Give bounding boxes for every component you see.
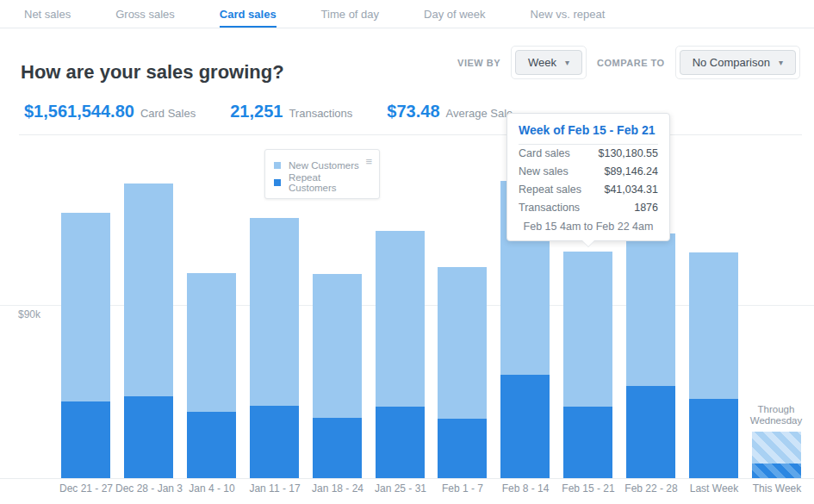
bar-segment-repeat-customers[interactable] — [563, 407, 612, 478]
bar-segment-repeat-customers[interactable] — [626, 386, 675, 478]
bar-jan-25-31[interactable] — [376, 231, 425, 478]
plot-area: $90k Through Wednesday Dec 21 - 27Dec 28… — [0, 0, 814, 504]
legend-swatch-new-customers — [274, 162, 281, 169]
bar-segment-new-customers[interactable] — [313, 274, 362, 418]
bar-segment-repeat-customers[interactable] — [500, 375, 550, 478]
card-sales-dashboard: Net sales Gross sales Card sales Time of… — [0, 0, 814, 504]
tooltip-row-label: Transactions — [519, 199, 580, 217]
x-axis-line — [0, 478, 814, 479]
bar-segment-new-customers[interactable] — [689, 252, 738, 399]
bar-segment-new-customers[interactable] — [187, 273, 236, 412]
bar-segment-new-customers[interactable] — [752, 432, 801, 464]
bar-feb-22-28[interactable] — [626, 233, 675, 478]
projection-annotation: Through Wednesday — [743, 404, 809, 426]
legend-swatch-repeat-customers — [274, 179, 281, 186]
bar-feb-15-21[interactable] — [563, 252, 612, 478]
bar-segment-repeat-customers[interactable] — [313, 418, 362, 478]
tooltip-row-label: Card sales — [519, 145, 570, 163]
bar-jan-18-24[interactable] — [313, 274, 362, 478]
bar-segment-new-customers[interactable] — [124, 184, 173, 396]
tooltip-footer: Feb 15 4am to Feb 22 4am — [519, 221, 658, 233]
tooltip-row-label: New sales — [519, 163, 569, 181]
tooltip-row-label: Repeat sales — [519, 181, 581, 199]
bar-segment-repeat-customers[interactable] — [250, 406, 299, 478]
bar-segment-repeat-customers[interactable] — [689, 399, 738, 478]
legend-item-repeat-customers[interactable]: Repeat Customers — [274, 174, 370, 191]
bar-dec-21-27[interactable] — [61, 213, 110, 478]
tooltip-row-value: $130,180.55 — [598, 145, 658, 163]
tooltip-row-card-sales: Card sales $130,180.55 — [519, 145, 658, 163]
tooltip-row-value: $41,034.31 — [604, 181, 658, 199]
legend-label: New Customers — [289, 160, 359, 171]
y-axis-tick-label: $90k — [18, 308, 40, 320]
bar-segment-new-customers[interactable] — [61, 213, 110, 401]
bar-jan-11-17[interactable] — [250, 218, 299, 478]
x-axis-label: This Week — [738, 482, 814, 495]
bar-jan-4-10[interactable] — [187, 273, 236, 478]
bar-segment-new-customers[interactable] — [563, 252, 612, 407]
bar-segment-new-customers[interactable] — [626, 233, 675, 386]
tooltip-caret — [582, 240, 594, 246]
bar-this-week[interactable] — [752, 432, 801, 478]
tooltip-row-new-sales: New sales $89,146.24 — [519, 163, 658, 181]
tooltip-row-value: $89,146.24 — [604, 163, 658, 181]
tooltip-row-value: 1876 — [634, 199, 658, 217]
legend-label: Repeat Customers — [289, 172, 370, 193]
bar-dec-28-jan-3[interactable] — [124, 184, 173, 478]
drag-handle-icon[interactable]: ≡ — [365, 155, 372, 168]
bar-segment-new-customers[interactable] — [438, 267, 487, 419]
bar-segment-new-customers[interactable] — [376, 231, 425, 407]
bar-segment-repeat-customers[interactable] — [438, 419, 487, 478]
bar-segment-repeat-customers[interactable] — [124, 396, 173, 478]
tooltip-title: Week of Feb 15 - Feb 21 — [519, 123, 658, 145]
bar-feb-1-7[interactable] — [438, 267, 487, 478]
bar-segment-repeat-customers[interactable] — [376, 407, 425, 478]
chart-tooltip: Week of Feb 15 - Feb 21 Card sales $130,… — [506, 113, 670, 241]
chart-legend: ≡ New Customers Repeat Customers — [264, 149, 380, 199]
bar-segment-repeat-customers[interactable] — [752, 464, 801, 478]
bar-segment-repeat-customers[interactable] — [187, 412, 236, 478]
bar-segment-new-customers[interactable] — [250, 218, 299, 406]
bar-segment-repeat-customers[interactable] — [61, 401, 110, 478]
bar-last-week[interactable] — [689, 252, 738, 478]
legend-item-new-customers[interactable]: New Customers — [274, 157, 370, 174]
tooltip-row-repeat-sales: Repeat sales $41,034.31 — [519, 181, 658, 199]
tooltip-row-transactions: Transactions 1876 — [519, 199, 658, 217]
